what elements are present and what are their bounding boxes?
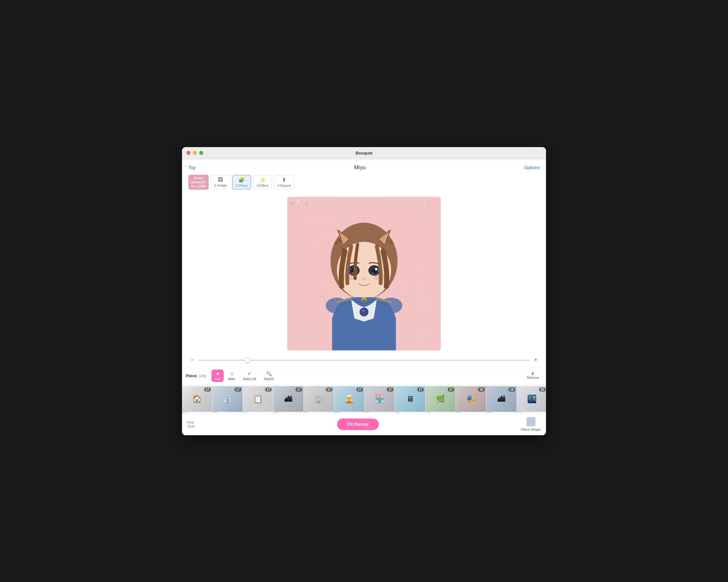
svg-rect-46 <box>377 244 379 247</box>
step-image-button[interactable]: 🖼 1.Image <box>210 175 230 189</box>
frame-badge: Frame Square(P) N = 2,500 <box>188 175 209 190</box>
svg-rect-10 <box>297 199 300 203</box>
thumb-badge-4: 17 <box>295 387 302 391</box>
zoom-out-button[interactable]: − <box>188 356 196 364</box>
thumb-badge-9: 17 <box>448 387 454 391</box>
thumbnail-11[interactable]: 🏙 16 <box>486 386 517 412</box>
toolbar: Frame Square(P) N = 2,500 🖼 1.Image 🧩 2.… <box>188 175 540 190</box>
step-export-label: 4.Export <box>278 184 291 187</box>
svg-point-54 <box>362 310 364 312</box>
traffic-lights <box>186 151 203 155</box>
minimize-button[interactable] <box>193 151 197 155</box>
svg-rect-19 <box>390 241 393 244</box>
trash-icon: 🗑 <box>531 372 535 375</box>
remove-label: Remove <box>527 376 539 379</box>
thumbnail-strip: 🏠 17 ⛲ 17 📋 17 🏙 17 🏢 17 <box>182 385 546 413</box>
remove-button[interactable]: 🗑 Remove <box>524 371 542 381</box>
options-link[interactable]: Options <box>524 165 540 170</box>
style-link[interactable]: Fine <box>187 421 195 424</box>
select-all-tool-button[interactable]: ✓ Select All <box>240 370 259 382</box>
search-icon: 🔍 <box>266 371 272 377</box>
export-icon: ⬆ <box>282 177 286 183</box>
thumb-check-11 <box>486 412 491 413</box>
piece-header: Piece (148) ★ Add ☆ Mark ✓ Select All 🔍 <box>182 367 546 385</box>
close-button[interactable] <box>186 151 190 155</box>
thumbnail-12[interactable]: 🌃 16 <box>517 386 546 412</box>
thumbnail-8[interactable]: 🖥 17 <box>395 386 425 412</box>
piece-section: Piece (148) ★ Add ☆ Mark ✓ Select All 🔍 <box>182 366 546 435</box>
piece-shape-label: Piece Shape <box>521 428 541 431</box>
step-piece-button[interactable]: 🧩 2.Piece <box>232 175 251 189</box>
thumbnail-2[interactable]: ⛲ 17 <box>212 386 243 412</box>
thumbnail-3[interactable]: 📋 17 <box>243 386 273 412</box>
mark-icon: ☆ <box>230 371 234 377</box>
thumbnail-1[interactable]: 🏠 17 <box>182 386 212 412</box>
thumb-check-3 <box>243 412 248 413</box>
svg-point-41 <box>372 272 373 274</box>
mark-tool-button[interactable]: ☆ Mark <box>225 370 238 382</box>
thumbnail-4[interactable]: 🏙 17 <box>273 386 304 412</box>
thumbnail-6[interactable]: 🧝 17 <box>334 386 365 412</box>
canvas-area <box>188 194 540 354</box>
top-link[interactable]: Top <box>188 165 196 170</box>
step-export-button[interactable]: ⬆ 4.Export <box>274 175 294 189</box>
image-icon: 🖼 <box>218 177 223 183</box>
maximize-button[interactable] <box>199 151 203 155</box>
piece-title: Piece <box>186 373 197 378</box>
svg-point-40 <box>375 268 378 271</box>
fit-pieces-button[interactable]: Fit Pieces <box>337 419 379 430</box>
svg-point-42 <box>362 278 366 279</box>
thumb-badge-12: 16 <box>539 387 546 391</box>
add-tool-button[interactable]: ★ Add <box>211 370 224 382</box>
add-icon: ★ <box>216 371 220 377</box>
svg-point-36 <box>352 272 353 274</box>
svg-rect-44 <box>347 244 349 247</box>
svg-point-58 <box>362 299 366 302</box>
thumbnail-5[interactable]: 🏢 17 <box>304 386 334 412</box>
svg-rect-14 <box>293 325 296 329</box>
top-nav: Top Miyu Options <box>188 165 540 171</box>
thumb-check-2 <box>212 412 217 413</box>
select-all-label: Select All <box>243 377 256 381</box>
svg-rect-13 <box>428 202 430 206</box>
thumb-check-7 <box>365 412 369 413</box>
svg-rect-43 <box>342 248 344 250</box>
thumb-check-6 <box>334 412 339 413</box>
step-image-label: 1.Image <box>214 183 227 187</box>
thumb-check-12 <box>517 412 521 413</box>
mosaic-background <box>287 197 441 350</box>
page-title: Miyu <box>354 165 366 171</box>
frame-badge-line1: Frame <box>194 176 204 180</box>
window-title: Bouquet <box>356 151 373 155</box>
thumb-check-8 <box>395 412 399 413</box>
thumb-check-10 <box>456 412 461 413</box>
step-piece-label: 2.Piece <box>236 184 248 187</box>
frame-badge-line3: N = 2,500 <box>191 185 206 188</box>
zoom-handle[interactable] <box>245 357 251 363</box>
thumbnail-9[interactable]: 🌿 17 <box>425 386 456 412</box>
piece-tools: ★ Add ☆ Mark ✓ Select All 🔍 Search <box>211 370 277 382</box>
thumb-check-1 <box>182 412 186 413</box>
main-content: Top Miyu Options Frame Square(P) N = 2,5… <box>182 159 546 366</box>
zoom-slider[interactable] <box>199 360 529 361</box>
piece-icon: 🧩 <box>238 177 245 183</box>
thumb-badge-10: 16 <box>478 387 485 391</box>
bottom-bar: Fine Style Fit Pieces Piece Shape <box>182 413 546 435</box>
zoom-in-button[interactable]: + <box>532 356 540 364</box>
thumb-badge-3: 17 <box>265 387 272 391</box>
step-effect-button[interactable]: ✨ 3.Effect <box>253 175 272 189</box>
search-tool-button[interactable]: 🔍 Search <box>260 370 277 382</box>
app-window: Bouquet Top Miyu Options Frame Square(P)… <box>182 147 546 435</box>
piece-title-group: Piece (148) <box>186 373 206 379</box>
frame-badge-line2: Square(P) <box>191 180 206 184</box>
thumb-badge-1: 17 <box>204 387 211 391</box>
style-group: Fine Style <box>187 421 195 428</box>
svg-rect-11 <box>305 203 308 206</box>
piece-shape-area[interactable]: Piece Shape <box>521 417 541 431</box>
thumbnail-7[interactable]: 🏪 17 <box>365 386 395 412</box>
svg-rect-17 <box>335 242 338 244</box>
thumb-badge-6: 17 <box>356 387 363 391</box>
puzzle-canvas[interactable] <box>287 197 441 351</box>
step-effect-label: 3.Effect <box>257 184 268 187</box>
thumbnail-10[interactable]: 🎭 16 <box>456 386 486 412</box>
